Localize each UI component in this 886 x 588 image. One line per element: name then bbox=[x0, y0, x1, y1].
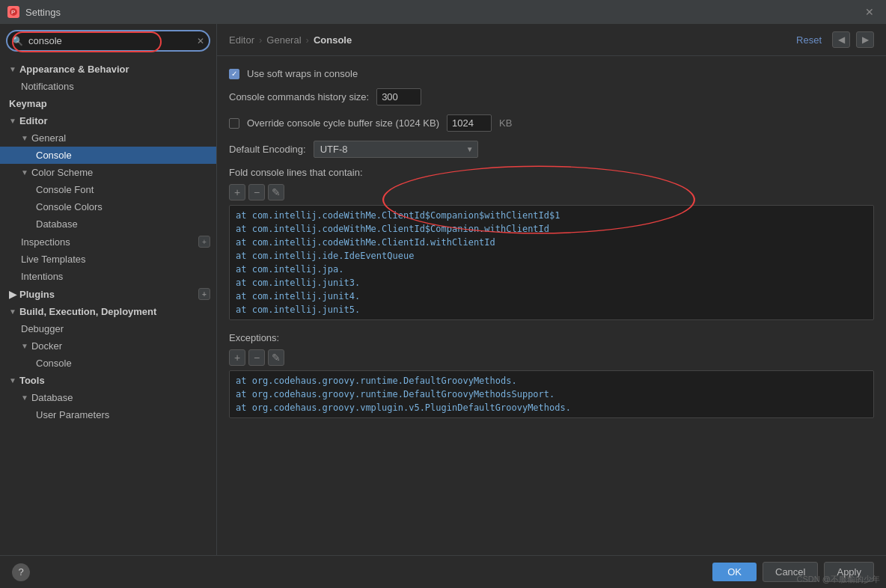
settings-tree: ▼ Appearance & Behavior Notifications Ke… bbox=[0, 58, 216, 555]
content-panel: Editor › General › Console Reset ◀ ▶ bbox=[217, 24, 886, 555]
forward-button[interactable]: ▶ bbox=[856, 31, 874, 48]
app-icon: P bbox=[7, 6, 19, 18]
dialog-footer: ? OK Cancel Apply bbox=[0, 555, 886, 588]
chevron-down-icon: ▼ bbox=[9, 65, 16, 73]
fold-remove-button[interactable]: − bbox=[248, 184, 265, 200]
breadcrumb-sep-2: › bbox=[306, 34, 309, 46]
search-clear-button[interactable]: ✕ bbox=[197, 36, 204, 46]
encoding-select[interactable]: UTF-8 UTF-16 ISO-8859-1 US-ASCII Windows… bbox=[314, 141, 478, 158]
checkmark-icon: ✓ bbox=[231, 70, 237, 78]
chevron-down-icon-6: ▼ bbox=[21, 342, 28, 350]
sidebar-item-plugins[interactable]: ▶ Plugins + bbox=[0, 285, 216, 303]
exceptions-section: Exceptions: + − ✎ at org.codehaus.groovy… bbox=[229, 332, 874, 418]
close-button[interactable]: ✕ bbox=[861, 4, 879, 19]
sidebar-item-tools[interactable]: ▼ Tools bbox=[0, 372, 216, 389]
sidebar-item-appearance[interactable]: ▼ Appearance & Behavior bbox=[0, 61, 216, 78]
exc-add-button[interactable]: + bbox=[229, 349, 245, 366]
back-button[interactable]: ◀ bbox=[832, 31, 850, 48]
chevron-down-icon-7: ▼ bbox=[9, 376, 16, 385]
encoding-select-wrapper: UTF-8 UTF-16 ISO-8859-1 US-ASCII Windows… bbox=[314, 141, 478, 158]
chevron-right-icon: ▶ bbox=[9, 289, 16, 300]
content-header: Editor › General › Console Reset ◀ ▶ bbox=[217, 24, 886, 56]
search-icon: 🔍 bbox=[12, 36, 23, 46]
fold-item-5: at com.intellij.junit3. bbox=[233, 276, 870, 290]
fold-edit-button[interactable]: ✎ bbox=[268, 184, 284, 200]
fold-item-6: at com.intellij.junit4. bbox=[233, 290, 870, 303]
history-size-input[interactable] bbox=[376, 88, 421, 105]
sidebar-item-inspections[interactable]: Inspections + bbox=[0, 233, 216, 251]
encoding-label: Default Encoding: bbox=[229, 144, 306, 155]
content-body: ✓ Use soft wraps in console Console comm… bbox=[217, 56, 886, 555]
sidebar-item-build[interactable]: ▼ Build, Execution, Deployment bbox=[0, 303, 216, 320]
exc-edit-button[interactable]: ✎ bbox=[268, 349, 284, 366]
help-button[interactable]: ? bbox=[12, 563, 30, 581]
fold-label: Fold console lines that contain: bbox=[229, 167, 874, 178]
fold-item-1: at com.intellij.codeWithMe.ClientId$Comp… bbox=[233, 222, 870, 236]
override-buffer-label: Override console cycle buffer size (1024… bbox=[247, 117, 439, 129]
sidebar-item-docker-console[interactable]: Console bbox=[0, 355, 216, 372]
sidebar-item-keymap[interactable]: Keymap bbox=[0, 95, 216, 112]
breadcrumb-general: General bbox=[266, 34, 301, 46]
sidebar-item-general[interactable]: ▼ General bbox=[0, 129, 216, 147]
sidebar-item-notifications[interactable]: Notifications bbox=[0, 78, 216, 95]
sidebar-item-debugger[interactable]: Debugger bbox=[0, 320, 216, 337]
watermark: CSDN @不服输的少年 bbox=[797, 574, 880, 585]
sidebar-item-editor[interactable]: ▼ Editor bbox=[0, 112, 216, 129]
chevron-down-icon-5: ▼ bbox=[9, 307, 16, 316]
exceptions-label: Exceptions: bbox=[229, 332, 874, 343]
exc-item-2: at org.codehaus.groovy.vmplugin.v5.Plugi… bbox=[233, 401, 870, 414]
inspections-badge: + bbox=[198, 236, 210, 248]
fold-item-2: at com.intellij.codeWithMe.ClientId.with… bbox=[233, 236, 870, 249]
exceptions-list: at org.codehaus.groovy.runtime.DefaultGr… bbox=[229, 370, 874, 418]
history-size-row: Console commands history size: bbox=[229, 88, 874, 105]
sidebar-item-database[interactable]: ▼ Database bbox=[0, 389, 216, 406]
fold-item-3: at com.intellij.ide.IdeEventQueue bbox=[233, 249, 870, 263]
sidebar-item-user-parameters[interactable]: User Parameters bbox=[0, 406, 216, 423]
breadcrumb-console: Console bbox=[314, 34, 352, 46]
chevron-down-icon-8: ▼ bbox=[21, 393, 28, 402]
sidebar-item-live-templates[interactable]: Live Templates bbox=[0, 251, 216, 268]
fold-section: Fold console lines that contain: + − ✎ a… bbox=[229, 167, 874, 320]
chevron-down-icon-4: ▼ bbox=[21, 168, 28, 177]
search-input[interactable] bbox=[6, 30, 210, 52]
reset-button[interactable]: Reset bbox=[792, 33, 826, 47]
history-size-label: Console commands history size: bbox=[229, 91, 369, 102]
search-box: 🔍 ✕ bbox=[6, 30, 210, 52]
sidebar-item-console[interactable]: Console bbox=[0, 147, 216, 164]
forward-arrow-icon: ▶ bbox=[862, 34, 869, 45]
chevron-down-icon-3: ▼ bbox=[21, 134, 28, 142]
sidebar-item-database-colors[interactable]: Database bbox=[0, 215, 216, 233]
header-actions: Reset ◀ ▶ bbox=[792, 31, 874, 48]
fold-item-7: at com.intellij.junit5. bbox=[233, 303, 870, 316]
sidebar-item-console-font[interactable]: Console Font bbox=[0, 181, 216, 198]
settings-dialog: P Settings ✕ 🔍 ✕ ▼ Appearance & Behavior bbox=[0, 0, 886, 588]
ok-button[interactable]: OK bbox=[712, 563, 757, 581]
sidebar-item-color-scheme[interactable]: ▼ Color Scheme bbox=[0, 164, 216, 181]
plugins-badge: + bbox=[198, 288, 210, 300]
sidebar-item-intentions[interactable]: Intentions bbox=[0, 268, 216, 285]
dialog-body: 🔍 ✕ ▼ Appearance & Behavior Notification… bbox=[0, 24, 886, 555]
soft-wrap-checkbox[interactable]: ✓ bbox=[229, 69, 239, 79]
sidebar-item-docker[interactable]: ▼ Docker bbox=[0, 337, 216, 355]
soft-wrap-label: Use soft wraps in console bbox=[247, 68, 358, 79]
override-buffer-checkbox[interactable] bbox=[229, 118, 239, 129]
breadcrumb: Editor › General › Console bbox=[229, 34, 352, 46]
exc-item-1: at org.codehaus.groovy.runtime.DefaultGr… bbox=[233, 388, 870, 401]
buffer-size-input[interactable] bbox=[447, 114, 492, 132]
soft-wrap-row: ✓ Use soft wraps in console bbox=[229, 68, 874, 79]
help-icon: ? bbox=[18, 566, 23, 578]
exc-remove-button[interactable]: − bbox=[248, 349, 265, 366]
fold-toolbar: + − ✎ bbox=[229, 184, 874, 200]
sidebar-item-console-colors[interactable]: Console Colors bbox=[0, 198, 216, 215]
fold-add-button[interactable]: + bbox=[229, 184, 245, 200]
title-bar: P Settings ✕ bbox=[0, 0, 886, 24]
exceptions-toolbar: + − ✎ bbox=[229, 349, 874, 366]
kb-label: KB bbox=[499, 117, 512, 129]
breadcrumb-editor: Editor bbox=[229, 34, 254, 46]
exc-item-0: at org.codehaus.groovy.runtime.DefaultGr… bbox=[233, 374, 870, 388]
window-title: Settings bbox=[25, 7, 861, 18]
svg-text:P: P bbox=[11, 9, 15, 16]
back-arrow-icon: ◀ bbox=[838, 34, 845, 45]
override-buffer-row: Override console cycle buffer size (1024… bbox=[229, 114, 874, 132]
breadcrumb-sep-1: › bbox=[259, 34, 262, 46]
